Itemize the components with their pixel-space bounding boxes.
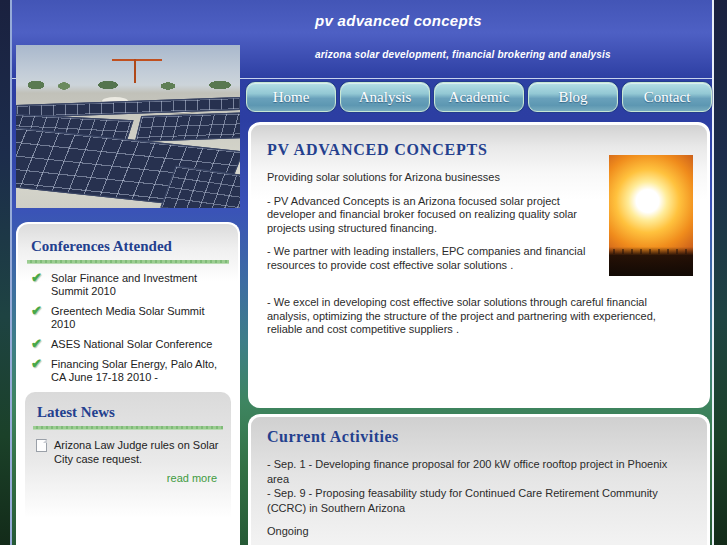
treeline-art	[16, 79, 240, 91]
nav-contact-button[interactable]: Contact	[622, 82, 712, 112]
website-screenshot: pv advanced concepts arizona solar devel…	[0, 0, 727, 545]
check-icon: ✔	[31, 358, 45, 384]
nav-academic-button[interactable]: Academic	[434, 82, 524, 112]
check-icon: ✔	[31, 305, 45, 331]
activity-line: - Sep. 1 - Developing finance proposal f…	[267, 457, 691, 486]
current-activities-heading: Current Activities	[267, 428, 691, 446]
nav-home-button[interactable]: Home	[246, 82, 336, 112]
news-list-item: Arizona Law Judge rules on Solar City ca…	[36, 438, 221, 466]
sunset-photo	[609, 155, 693, 276]
green-divider	[33, 426, 223, 430]
latest-news-heading: Latest News	[37, 404, 223, 421]
solar-panels-photo	[16, 45, 240, 208]
check-icon: ✔	[31, 338, 45, 351]
site-brand: pv advanced concepts arizona solar devel…	[315, 12, 611, 60]
nav-analysis-button[interactable]: Analysis	[340, 82, 430, 112]
conference-label: Solar Finance and Investment Summit 2010	[51, 272, 227, 298]
conference-list-item: ✔ Solar Finance and Investment Summit 20…	[31, 272, 227, 298]
conferences-heading: Conferences Attended	[31, 238, 229, 255]
page-background: pv advanced concepts arizona solar devel…	[10, 0, 714, 545]
site-tagline: arizona solar development, financial bro…	[315, 49, 611, 60]
crane-icon	[134, 59, 136, 83]
green-divider	[27, 260, 229, 264]
solar-panel-row	[135, 112, 240, 142]
sidebar: Conferences Attended ✔ Solar Finance and…	[16, 222, 240, 545]
excel-paragraph: - We excel in developing cost effective …	[267, 296, 691, 337]
document-icon	[36, 439, 47, 452]
conference-list-item: ✔ Greentech Media Solar Summit 2010	[31, 305, 227, 331]
news-item-text: Arizona Law Judge rules on Solar City ca…	[54, 438, 221, 466]
current-activities-card: Current Activities - Sep. 1 - Developing…	[248, 414, 710, 545]
conference-list-item: ✔ Financing Solar Energy, Palo Alto, CA …	[31, 358, 227, 384]
nav-blog-button[interactable]: Blog	[528, 82, 618, 112]
crane-icon	[112, 59, 162, 61]
conference-list-item: ✔ ASES National Solar Conference	[31, 338, 227, 351]
main-content-card: PV ADVANCED CONCEPTS Providing solar sol…	[248, 122, 710, 408]
activity-line: Ongoing	[267, 524, 691, 539]
conference-label: Financing Solar Energy, Palo Alto, CA Ju…	[51, 358, 227, 384]
check-icon: ✔	[31, 272, 45, 298]
latest-news-card: Latest News Arizona Law Judge rules on S…	[25, 392, 231, 545]
main-navigation: Home Analysis Academic Blog Contact	[246, 82, 712, 112]
site-title: pv advanced concepts	[315, 12, 611, 29]
activity-line: - Sep. 9 - Proposing feasability study f…	[267, 486, 691, 515]
conference-label: Greentech Media Solar Summit 2010	[51, 305, 227, 331]
conference-label: ASES National Solar Conference	[51, 338, 227, 351]
read-more-link[interactable]: read more	[33, 472, 217, 484]
